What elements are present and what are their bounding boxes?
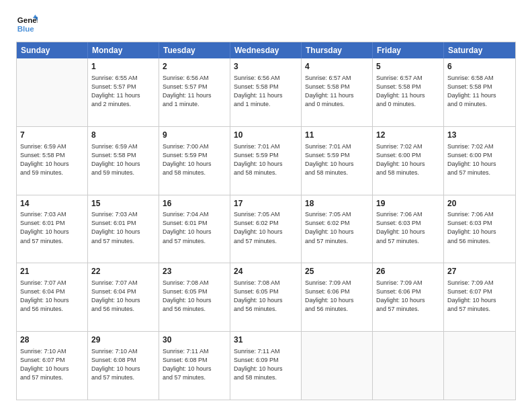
cell-day-number: 26: [376, 266, 440, 277]
cell-info: Sunrise: 7:06 AM Sunset: 6:03 PM Dayligh…: [447, 210, 512, 245]
cell-info: Sunrise: 7:06 AM Sunset: 6:03 PM Dayligh…: [376, 210, 440, 245]
calendar-cell: 10Sunrise: 7:01 AM Sunset: 5:59 PM Dayli…: [230, 127, 302, 195]
calendar-cell: 18Sunrise: 7:05 AM Sunset: 6:02 PM Dayli…: [302, 195, 373, 263]
cell-info: Sunrise: 6:59 AM Sunset: 5:58 PM Dayligh…: [91, 142, 155, 177]
cell-day-number: 21: [20, 266, 84, 277]
cell-day-number: 24: [234, 266, 298, 277]
cell-day-number: 4: [305, 61, 369, 73]
cell-info: Sunrise: 7:00 AM Sunset: 5:59 PM Dayligh…: [163, 142, 226, 177]
cell-day-number: 15: [91, 198, 155, 210]
cell-info: Sunrise: 6:56 AM Sunset: 5:57 PM Dayligh…: [163, 74, 226, 109]
calendar-cell: 7Sunrise: 6:59 AM Sunset: 5:58 PM Daylig…: [17, 127, 88, 195]
cell-day-number: 22: [91, 266, 155, 277]
calendar-cell: [373, 332, 444, 400]
cell-day-number: 30: [163, 334, 226, 346]
day-name-sunday: Sunday: [17, 42, 88, 58]
cell-info: Sunrise: 7:07 AM Sunset: 6:04 PM Dayligh…: [20, 279, 84, 314]
cell-info: Sunrise: 6:57 AM Sunset: 5:58 PM Dayligh…: [376, 74, 440, 109]
cell-info: Sunrise: 6:58 AM Sunset: 5:58 PM Dayligh…: [447, 74, 512, 109]
cell-info: Sunrise: 6:55 AM Sunset: 5:57 PM Dayligh…: [91, 74, 155, 109]
cell-day-number: 31: [234, 334, 298, 346]
calendar-cell: 8Sunrise: 6:59 AM Sunset: 5:58 PM Daylig…: [88, 127, 159, 195]
calendar-cell: 3Sunrise: 6:56 AM Sunset: 5:58 PM Daylig…: [230, 58, 302, 126]
cell-day-number: 19: [376, 198, 440, 210]
cell-info: Sunrise: 7:03 AM Sunset: 6:01 PM Dayligh…: [20, 210, 84, 245]
cell-day-number: 5: [376, 61, 440, 73]
cell-day-number: 13: [447, 130, 512, 141]
day-name-wednesday: Wednesday: [230, 42, 302, 58]
cell-info: Sunrise: 7:01 AM Sunset: 5:59 PM Dayligh…: [305, 142, 369, 177]
calendar-cell: 19Sunrise: 7:06 AM Sunset: 6:03 PM Dayli…: [373, 195, 444, 263]
calendar-row-1: 1Sunrise: 6:55 AM Sunset: 5:57 PM Daylig…: [17, 58, 515, 126]
day-name-tuesday: Tuesday: [159, 42, 230, 58]
calendar: SundayMondayTuesdayWednesdayThursdayFrid…: [16, 42, 516, 400]
cell-info: Sunrise: 7:10 AM Sunset: 6:08 PM Dayligh…: [91, 347, 155, 382]
cell-info: Sunrise: 7:04 AM Sunset: 6:01 PM Dayligh…: [163, 210, 226, 245]
cell-info: Sunrise: 7:03 AM Sunset: 6:01 PM Dayligh…: [91, 210, 155, 245]
page: General Blue SundayMondayTuesdayWednesda…: [0, 0, 532, 411]
day-name-saturday: Saturday: [444, 42, 515, 58]
calendar-cell: [444, 332, 515, 400]
cell-info: Sunrise: 7:05 AM Sunset: 6:02 PM Dayligh…: [305, 210, 369, 245]
calendar-cell: 4Sunrise: 6:57 AM Sunset: 5:58 PM Daylig…: [302, 58, 373, 126]
calendar-cell: 14Sunrise: 7:03 AM Sunset: 6:01 PM Dayli…: [17, 195, 88, 263]
cell-info: Sunrise: 7:07 AM Sunset: 6:04 PM Dayligh…: [91, 279, 155, 314]
calendar-cell: 27Sunrise: 7:09 AM Sunset: 6:07 PM Dayli…: [444, 263, 515, 331]
calendar-cell: 30Sunrise: 7:11 AM Sunset: 6:08 PM Dayli…: [159, 332, 230, 400]
calendar-cell: 5Sunrise: 6:57 AM Sunset: 5:58 PM Daylig…: [373, 58, 444, 126]
cell-day-number: 11: [305, 130, 369, 141]
cell-info: Sunrise: 7:09 AM Sunset: 6:07 PM Dayligh…: [447, 279, 512, 314]
cell-day-number: 17: [234, 198, 298, 210]
header: General Blue: [16, 13, 516, 35]
cell-info: Sunrise: 7:09 AM Sunset: 6:06 PM Dayligh…: [376, 279, 440, 314]
day-name-thursday: Thursday: [302, 42, 373, 58]
calendar-cell: 21Sunrise: 7:07 AM Sunset: 6:04 PM Dayli…: [17, 263, 88, 331]
calendar-row-5: 28Sunrise: 7:10 AM Sunset: 6:07 PM Dayli…: [17, 331, 515, 400]
day-name-friday: Friday: [373, 42, 444, 58]
calendar-cell: 24Sunrise: 7:08 AM Sunset: 6:05 PM Dayli…: [230, 263, 302, 331]
cell-day-number: 10: [234, 130, 298, 141]
cell-info: Sunrise: 7:02 AM Sunset: 6:00 PM Dayligh…: [447, 142, 512, 177]
cell-day-number: 23: [163, 266, 226, 277]
calendar-cell: 25Sunrise: 7:09 AM Sunset: 6:06 PM Dayli…: [302, 263, 373, 331]
cell-info: Sunrise: 7:05 AM Sunset: 6:02 PM Dayligh…: [234, 210, 298, 245]
calendar-cell: 29Sunrise: 7:10 AM Sunset: 6:08 PM Dayli…: [88, 332, 159, 400]
calendar-cell: [302, 332, 373, 400]
calendar-cell: 16Sunrise: 7:04 AM Sunset: 6:01 PM Dayli…: [159, 195, 230, 263]
cell-info: Sunrise: 7:11 AM Sunset: 6:08 PM Dayligh…: [163, 347, 226, 382]
cell-info: Sunrise: 6:57 AM Sunset: 5:58 PM Dayligh…: [305, 74, 369, 109]
calendar-row-2: 7Sunrise: 6:59 AM Sunset: 5:58 PM Daylig…: [17, 126, 515, 195]
cell-day-number: 18: [305, 198, 369, 210]
calendar-cell: 20Sunrise: 7:06 AM Sunset: 6:03 PM Dayli…: [444, 195, 515, 263]
calendar-cell: 11Sunrise: 7:01 AM Sunset: 5:59 PM Dayli…: [302, 127, 373, 195]
cell-day-number: 3: [234, 61, 298, 73]
cell-day-number: 6: [447, 61, 512, 73]
svg-text:Blue: Blue: [17, 25, 35, 33]
calendar-cell: 31Sunrise: 7:11 AM Sunset: 6:09 PM Dayli…: [230, 332, 302, 400]
cell-day-number: 12: [376, 130, 440, 141]
calendar-cell: 13Sunrise: 7:02 AM Sunset: 6:00 PM Dayli…: [444, 127, 515, 195]
cell-day-number: 16: [163, 198, 226, 210]
cell-info: Sunrise: 7:08 AM Sunset: 6:05 PM Dayligh…: [163, 279, 226, 314]
cell-info: Sunrise: 7:02 AM Sunset: 6:00 PM Dayligh…: [376, 142, 440, 177]
cell-info: Sunrise: 6:59 AM Sunset: 5:58 PM Dayligh…: [20, 142, 84, 177]
calendar-cell: 6Sunrise: 6:58 AM Sunset: 5:58 PM Daylig…: [444, 58, 515, 126]
calendar-header: SundayMondayTuesdayWednesdayThursdayFrid…: [17, 42, 515, 58]
cell-day-number: 20: [447, 198, 512, 210]
calendar-cell: 26Sunrise: 7:09 AM Sunset: 6:06 PM Dayli…: [373, 263, 444, 331]
calendar-cell: 22Sunrise: 7:07 AM Sunset: 6:04 PM Dayli…: [88, 263, 159, 331]
cell-info: Sunrise: 7:08 AM Sunset: 6:05 PM Dayligh…: [234, 279, 298, 314]
calendar-row-3: 14Sunrise: 7:03 AM Sunset: 6:01 PM Dayli…: [17, 195, 515, 263]
logo: General Blue: [16, 13, 38, 35]
cell-info: Sunrise: 6:56 AM Sunset: 5:58 PM Dayligh…: [234, 74, 298, 109]
logo-icon: General Blue: [16, 13, 38, 35]
calendar-cell: 23Sunrise: 7:08 AM Sunset: 6:05 PM Dayli…: [159, 263, 230, 331]
calendar-cell: 12Sunrise: 7:02 AM Sunset: 6:00 PM Dayli…: [373, 127, 444, 195]
cell-info: Sunrise: 7:11 AM Sunset: 6:09 PM Dayligh…: [234, 347, 298, 382]
calendar-cell: 9Sunrise: 7:00 AM Sunset: 5:59 PM Daylig…: [159, 127, 230, 195]
cell-day-number: 2: [163, 61, 226, 73]
cell-day-number: 1: [91, 61, 155, 73]
cell-info: Sunrise: 7:10 AM Sunset: 6:07 PM Dayligh…: [20, 347, 84, 382]
cell-day-number: 25: [305, 266, 369, 277]
cell-info: Sunrise: 7:09 AM Sunset: 6:06 PM Dayligh…: [305, 279, 369, 314]
